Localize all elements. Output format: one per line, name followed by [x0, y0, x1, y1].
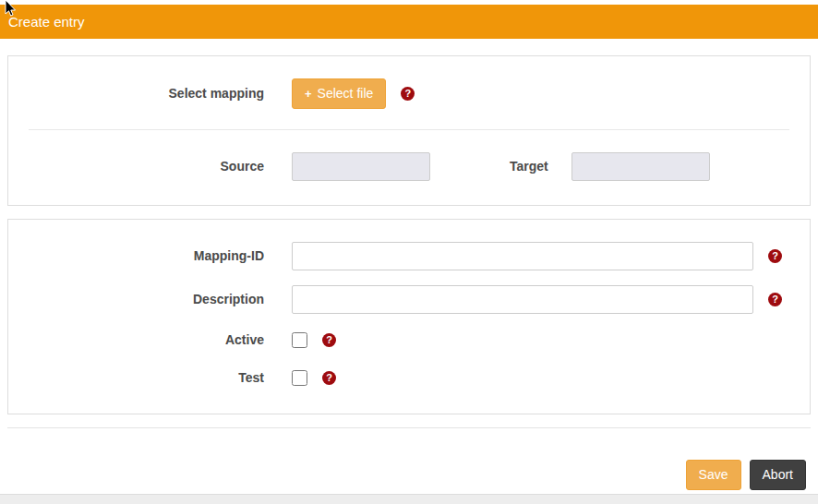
select-mapping-row: Select mapping + Select file ? [8, 78, 810, 109]
page-header: Create entry [0, 5, 818, 39]
plus-icon: + [305, 87, 312, 102]
description-row: Description ? [8, 285, 810, 314]
test-row: Test ? [8, 370, 810, 386]
select-mapping-label: Select mapping [8, 86, 264, 101]
abort-button[interactable]: Abort [750, 460, 806, 490]
save-button[interactable]: Save [686, 460, 741, 490]
source-target-row: Source Target [8, 152, 810, 181]
select-file-button-label: Select file [318, 86, 374, 102]
test-checkbox[interactable] [292, 370, 307, 386]
active-row: Active ? [8, 332, 810, 348]
source-input [292, 152, 430, 181]
panel-divider [29, 129, 789, 130]
target-label: Target [510, 159, 548, 174]
help-icon-mapping-id[interactable]: ? [768, 249, 782, 263]
footer-strip [0, 494, 818, 504]
mouse-cursor-icon [5, 0, 18, 22]
upload-panel: Select mapping + Select file ? Source Ta… [7, 55, 811, 206]
test-label: Test [8, 370, 264, 385]
help-icon-description[interactable]: ? [768, 293, 782, 306]
details-panel: Mapping-ID ? Description ? Active ? Test… [7, 219, 811, 414]
page-title: Create entry [8, 14, 85, 30]
target-input [571, 152, 710, 181]
description-input[interactable] [292, 285, 753, 314]
action-bar: Save Abort [0, 460, 806, 490]
mapping-id-label: Mapping-ID [8, 248, 264, 263]
select-file-button[interactable]: + Select file [292, 78, 386, 109]
help-icon-select-mapping[interactable]: ? [401, 87, 415, 101]
footer-divider [7, 427, 811, 428]
source-label: Source [8, 159, 264, 174]
active-label: Active [8, 332, 264, 347]
help-icon-test[interactable]: ? [322, 371, 336, 385]
mapping-id-input[interactable] [292, 242, 753, 270]
help-icon-active[interactable]: ? [322, 333, 336, 347]
description-label: Description [8, 292, 264, 306]
mapping-id-row: Mapping-ID ? [8, 242, 810, 270]
active-checkbox[interactable] [292, 332, 307, 348]
